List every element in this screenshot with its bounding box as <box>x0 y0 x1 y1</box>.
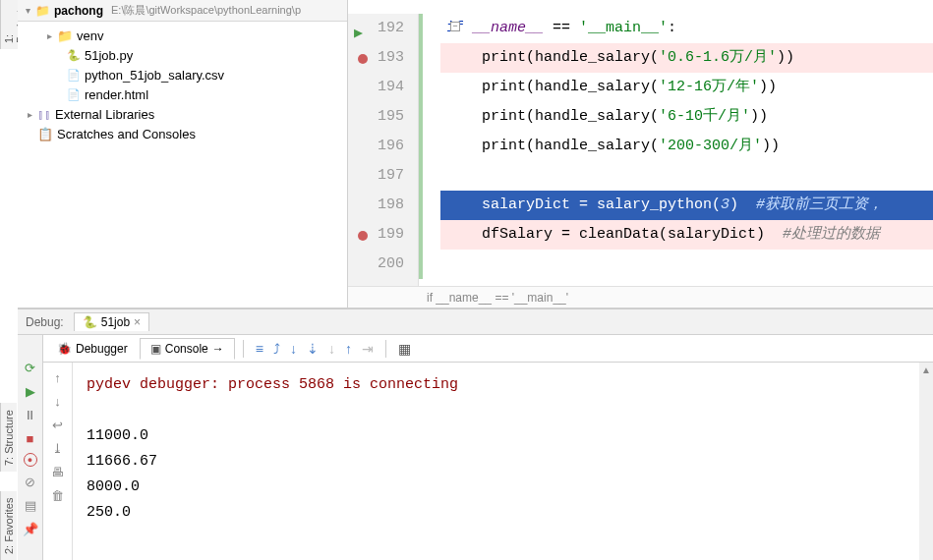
close-icon[interactable]: × <box>134 315 141 329</box>
stop-button[interactable]: ■ <box>22 429 39 447</box>
step-into-my-code-button[interactable]: ⇣ <box>303 341 322 357</box>
tree-item-external-libs[interactable]: ▸ ⫿⫿ External Libraries <box>18 104 347 124</box>
html-file-icon: 📄 <box>67 88 81 101</box>
structure-tool-tab[interactable]: 7: Structure <box>0 403 17 472</box>
view-breakpoints-button[interactable]: ● <box>24 453 37 467</box>
run-to-cursor-button[interactable]: ⇥ <box>358 341 378 357</box>
separator <box>385 340 386 358</box>
debug-header: Debug: 🐍 51job × <box>18 309 933 335</box>
line-number[interactable]: 192▶ <box>348 14 418 43</box>
evaluate-expression-button[interactable]: ▦ <box>394 341 415 357</box>
tree-item-label: python_51job_salary.csv <box>85 68 224 83</box>
soft-wrap-button[interactable]: ↩ <box>49 416 67 433</box>
console-line: 250.0 <box>87 500 905 526</box>
breakpoint-icon[interactable] <box>358 54 368 64</box>
step-out-button[interactable]: ↑ <box>341 341 356 357</box>
debug-run-config-tab[interactable]: 🐍 51job × <box>74 312 149 331</box>
console-line <box>87 398 905 423</box>
line-number[interactable]: 193 <box>348 43 418 73</box>
line-number[interactable]: 200 <box>348 250 418 279</box>
project-root-name[interactable]: pachong <box>54 4 103 18</box>
tree-item-label: External Libraries <box>55 107 154 122</box>
mute-breakpoints-button[interactable]: ⊘ <box>22 473 39 490</box>
debug-left-toolbar: ⟳ ▶ ⏸ ■ ● ⊘ ▤ 📌 <box>18 335 43 560</box>
line-number[interactable]: 197 <box>348 161 418 191</box>
line-number[interactable]: 196 <box>348 132 418 161</box>
code-line[interactable]: if __name__ == '__main__':− <box>440 14 933 43</box>
code-line[interactable]: print(handle_salary('6-10千/月')) <box>440 102 933 132</box>
fold-icon[interactable]: − <box>450 22 460 31</box>
tree-item-scratches[interactable]: 📋 Scratches and Consoles <box>18 124 347 143</box>
pin-button[interactable]: 📌 <box>22 520 39 537</box>
project-panel: ▾ 📁 pachong E:\陈晨\gitWorkspace\pythonLea… <box>18 0 348 308</box>
console-arrow-icon: → <box>212 342 224 356</box>
clear-all-button[interactable]: 🗑 <box>49 486 67 504</box>
code-lines[interactable]: if __name__ == '__main__':− print(handle… <box>419 14 933 286</box>
rerun-button[interactable]: ⟳ <box>22 359 39 376</box>
project-header: ▾ 📁 pachong E:\陈晨\gitWorkspace\pythonLea… <box>18 0 347 22</box>
console-output[interactable]: pydev debugger: process 5868 is connecti… <box>73 363 919 560</box>
breakpoint-icon[interactable] <box>358 231 368 241</box>
debug-sub-tabs: 🐞 Debugger ▣ Console → ≡ ⤴ ↓ ⇣ ↓ ↑ ⇥ ▦ <box>43 335 933 363</box>
tree-item-label: Scratches and Consoles <box>57 127 196 141</box>
print-button[interactable]: 🖶 <box>49 463 67 480</box>
code-line[interactable]: salaryDict = salary_python(3) #获取前三页工资， <box>440 191 933 220</box>
scroll-up-icon[interactable]: ▲ <box>919 363 933 377</box>
tree-item-51job-py[interactable]: 🐍 51job.py <box>18 45 347 65</box>
pause-button[interactable]: ⏸ <box>22 406 39 423</box>
debug-panel: Debug: 🐍 51job × ⟳ ▶ ⏸ ■ ● ⊘ ▤ 📌 🐞 Debug… <box>18 308 933 560</box>
console-line: 11666.67 <box>87 449 905 475</box>
console-tab[interactable]: ▣ Console → <box>140 338 235 360</box>
tree-item-label: 51job.py <box>85 48 133 63</box>
code-line[interactable]: print(handle_salary('12-16万/年')) <box>440 73 933 102</box>
console-icon: ▣ <box>150 342 161 356</box>
step-over-button[interactable]: ⤴ <box>269 341 284 357</box>
code-line[interactable] <box>440 161 933 191</box>
python-file-icon: 🐍 <box>67 49 81 62</box>
favorites-tool-tab[interactable]: 2: Favorites <box>0 491 17 560</box>
code-line[interactable]: dfSalary = cleanData(salaryDict) #处理过的数据 <box>440 220 933 250</box>
bug-icon: 🐞 <box>57 342 72 356</box>
line-number[interactable]: 195 <box>348 102 418 132</box>
console-toolbar: ↑ ↓ ↩ ⤓ 🖶 🗑 <box>43 363 73 560</box>
chevron-right-icon[interactable]: ▸ <box>28 109 37 120</box>
csv-file-icon: 📄 <box>67 69 81 82</box>
down-stack-button[interactable]: ↓ <box>49 392 67 410</box>
chevron-down-icon[interactable]: ▾ <box>26 5 35 16</box>
resume-button[interactable]: ▶ <box>22 382 39 400</box>
code-line[interactable] <box>440 250 933 279</box>
scroll-to-end-button[interactable]: ⤓ <box>49 439 67 457</box>
debugger-tab[interactable]: 🐞 Debugger <box>47 339 138 359</box>
chevron-right-icon[interactable]: ▸ <box>47 30 57 41</box>
folder-icon: 📁 <box>35 4 50 18</box>
project-tree: ▸ 📁 venv 🐍 51job.py 📄 python_51job_salar… <box>18 22 347 147</box>
line-number[interactable]: 194 <box>348 73 418 102</box>
tree-item-csv[interactable]: 📄 python_51job_salary.csv <box>18 65 347 84</box>
code-editor[interactable]: 192▶193194195196197198199200 if __name__… <box>348 14 933 286</box>
step-into-button[interactable]: ↓ <box>286 341 301 357</box>
tree-item-venv[interactable]: ▸ 📁 venv <box>18 26 347 45</box>
library-icon: ⫿⫿ <box>37 107 51 122</box>
scratches-icon: 📋 <box>37 127 53 141</box>
code-line[interactable]: print(handle_salary('200-300/月')) <box>440 132 933 161</box>
console-line: 8000.0 <box>87 475 905 500</box>
tree-item-label: render.html <box>85 87 148 102</box>
editor-breadcrumb[interactable]: if __name__ == '__main__' <box>348 286 933 308</box>
line-number[interactable]: 199 <box>348 220 418 250</box>
debug-run-config-name: 51job <box>101 315 130 329</box>
python-icon: 🐍 <box>83 315 97 329</box>
show-execution-point-button[interactable]: ≡ <box>252 341 267 357</box>
separator <box>243 340 244 358</box>
console-line: 11000.0 <box>87 423 905 449</box>
vcs-change-marker <box>419 14 423 279</box>
line-number[interactable]: 198 <box>348 191 418 220</box>
settings-button[interactable]: ▤ <box>22 496 39 514</box>
up-stack-button[interactable]: ↑ <box>49 368 67 386</box>
project-root-path: E:\陈晨\gitWorkspace\pythonLearning\p <box>111 3 301 18</box>
tree-item-render-html[interactable]: 📄 render.html <box>18 84 347 104</box>
code-line[interactable]: print(handle_salary('0.6-1.6万/月')) <box>440 43 933 73</box>
force-step-into-button[interactable]: ↓ <box>324 341 339 357</box>
console-scrollbar[interactable]: ▲ <box>919 363 933 560</box>
debugger-tab-label: Debugger <box>76 342 128 356</box>
line-gutter[interactable]: 192▶193194195196197198199200 <box>348 14 419 286</box>
